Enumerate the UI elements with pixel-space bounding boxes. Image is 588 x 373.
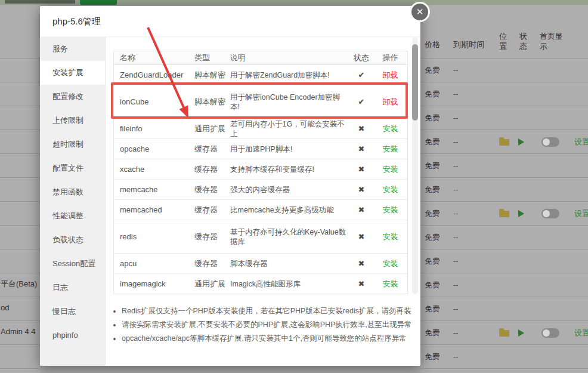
extension-row: ZendGuardLoader 脚本解密 用于解密ZendGuard加密脚本! … [114, 65, 407, 85]
bg-left-rowline [0, 58, 40, 82]
extension-action-cell: 安装 [373, 164, 407, 175]
bg-price-value: 免费 [425, 130, 440, 153]
sidebar-item[interactable]: 负载状态 [40, 228, 105, 252]
scrollbar-track[interactable] [412, 38, 418, 294]
bg-price-value: 免费 [425, 297, 440, 320]
sidebar-item[interactable]: 配置文件 [40, 156, 105, 180]
bg-expiry-value: -- [453, 58, 459, 82]
extension-name: imagemagick [114, 279, 188, 288]
bg-table-row: 免费 -- [420, 249, 588, 273]
extension-action-cell: 安装 [373, 205, 407, 215]
extension-desc: 用于加速PHP脚本! [230, 144, 349, 154]
sidebar-item[interactable]: 超时限制 [40, 132, 105, 156]
bg-table-row: 免费 -- [420, 297, 588, 321]
extension-action-link[interactable]: 安装 [383, 124, 398, 133]
extension-row: ionCube 脚本解密 用于解密ionCube Encoder加密脚本! ✔ … [114, 85, 407, 119]
extension-row: opcache 缓存器 用于加速PHP脚本! ✖ 安装 [114, 139, 407, 159]
bg-expiry-value: -- [453, 345, 459, 368]
bg-left-rowline [0, 130, 40, 154]
extension-row: xcache 缓存器 支持脚本缓存和变量缓存! ✖ 安装 [114, 159, 407, 180]
extension-action-link[interactable]: 安装 [383, 279, 398, 288]
extension-type: 缓存器 [188, 164, 230, 175]
bg-table-row: 免费 -- [420, 106, 588, 130]
note-item: opcache/xcache/apc等脚本缓存扩展,请只安装其中1个,否则可能导… [122, 332, 420, 346]
bg-software-name-fragment: od [1, 303, 9, 313]
extension-table-header: 名称 类型 说明 状态 操作 [114, 51, 407, 65]
bg-left-rowline [0, 249, 40, 273]
extension-action-link[interactable]: 安装 [383, 232, 398, 241]
extension-row: redis 缓存器 基于内存亦可持久化的Key-Value数据库 ✖ 安装 [114, 220, 407, 254]
play-icon [518, 210, 524, 217]
bg-expiry-value: -- [453, 202, 459, 225]
extension-name: ZendGuardLoader [114, 70, 188, 79]
note-item: 请按实际需求安装扩展,不要安装不必要的PHP扩展,这会影响PHP执行效率,甚至出… [122, 318, 420, 332]
bg-col-status: 状态 [519, 31, 529, 51]
settings-link: 设置 [574, 130, 588, 153]
header-name: 名称 [114, 53, 188, 63]
extension-type: 缓存器 [188, 144, 230, 155]
sidebar-item[interactable]: 服务 [40, 37, 105, 61]
bg-expiry-value: -- [453, 249, 459, 273]
sidebar-item[interactable]: phpinfo [40, 323, 105, 347]
homepage-toggle [541, 209, 559, 218]
homepage-toggle [541, 328, 559, 338]
extension-status-icon: ✖ [349, 279, 373, 288]
sidebar-item[interactable]: 配置修改 [40, 85, 105, 109]
screen: 平台(Beta) od Admin 4.4 价格 到期时间 位置 状态 首页显示… [0, 0, 588, 373]
extension-action-link[interactable]: 安装 [383, 165, 398, 174]
extension-desc: Imagick高性能图形库 [230, 279, 349, 289]
settings-link: 设置 [574, 202, 588, 225]
extension-desc: 比memcache支持更多高级功能 [230, 205, 349, 215]
extension-action-link[interactable]: 安装 [383, 259, 398, 268]
extension-action-link[interactable]: 安装 [383, 205, 398, 214]
bg-expiry-value: -- [453, 82, 459, 106]
bg-left-rowline [0, 345, 40, 369]
extension-action-link[interactable]: 安装 [383, 144, 398, 153]
extension-desc: 支持脚本缓存和变量缓存! [230, 165, 349, 174]
bg-table-left-clip: 平台(Beta) od Admin 4.4 [0, 5, 40, 373]
notes-list: Redis扩展仅支持一个PHP版本安装使用，若在其它PHP版本已安装redis扩… [113, 304, 420, 346]
settings-link: 设置 [574, 321, 588, 344]
bg-price-value: 免费 [425, 345, 440, 368]
sidebar-item[interactable]: 安装扩展 [40, 61, 105, 85]
extension-row: fileinfo 通用扩展 若可用内存小于1G，可能会安装不上 ✖ 安装 [114, 119, 407, 139]
bg-table-row: 免费 -- 设置 [420, 130, 588, 154]
bg-left-rowlines [0, 58, 40, 369]
bg-software-name-fragment: Admin 4.4 [1, 327, 36, 337]
bg-expiry-value: -- [453, 273, 459, 297]
extension-row: apcu 缓存器 脚本缓存器 ✖ 安装 [114, 254, 407, 274]
header-status: 状态 [349, 53, 373, 63]
sidebar-item[interactable]: 日志 [40, 276, 105, 300]
sidebar-item[interactable]: 慢日志 [40, 300, 105, 323]
extension-type: 脚本解密 [188, 97, 230, 107]
extension-action-cell: 卸载 [373, 97, 407, 107]
extension-action-cell: 安装 [373, 184, 407, 195]
extension-action-link[interactable]: 卸载 [383, 70, 398, 79]
bg-table-row: 免费 -- 设置 [420, 321, 588, 345]
header-action: 操作 [373, 53, 407, 63]
extension-row: memcached 缓存器 比memcache支持更多高级功能 ✖ 安装 [114, 200, 407, 220]
bg-table-row: 免费 -- [420, 273, 588, 297]
bg-table-row: 免费 -- [420, 154, 588, 178]
folder-icon [499, 211, 509, 217]
bg-table-header: 价格 到期时间 位置 状态 首页显示 [420, 5, 588, 58]
extension-action-link[interactable]: 卸载 [383, 97, 398, 106]
extension-table: 名称 类型 说明 状态 操作 ZendGuardLoader 脚本解密 用于解密… [113, 51, 408, 294]
extension-action-link[interactable]: 安装 [383, 185, 398, 194]
bg-col-position: 位置 [499, 31, 509, 51]
extension-status-icon: ✔ [349, 70, 373, 79]
bg-table-row: 免费 -- [420, 226, 588, 249]
scrollbar-thumb[interactable] [412, 44, 418, 121]
close-icon[interactable]: ✕ [410, 2, 430, 22]
sidebar-item[interactable]: Session配置 [40, 252, 105, 276]
sidebar-item[interactable]: 性能调整 [40, 204, 105, 228]
sidebar-item[interactable]: 上传限制 [40, 109, 105, 132]
extension-desc: 若可用内存小于1G，可能会安装不上 [230, 119, 349, 138]
sidebar-item[interactable]: 禁用函数 [40, 180, 105, 204]
extension-table-body: ZendGuardLoader 脚本解密 用于解密ZendGuard加密脚本! … [114, 65, 407, 294]
header-type: 类型 [188, 53, 230, 63]
bg-price-value: 免费 [425, 58, 440, 82]
folder-icon [499, 139, 509, 146]
bg-price-value: 免费 [425, 178, 440, 201]
extension-desc: 基于内存亦可持久化的Key-Value数据库 [230, 227, 349, 246]
